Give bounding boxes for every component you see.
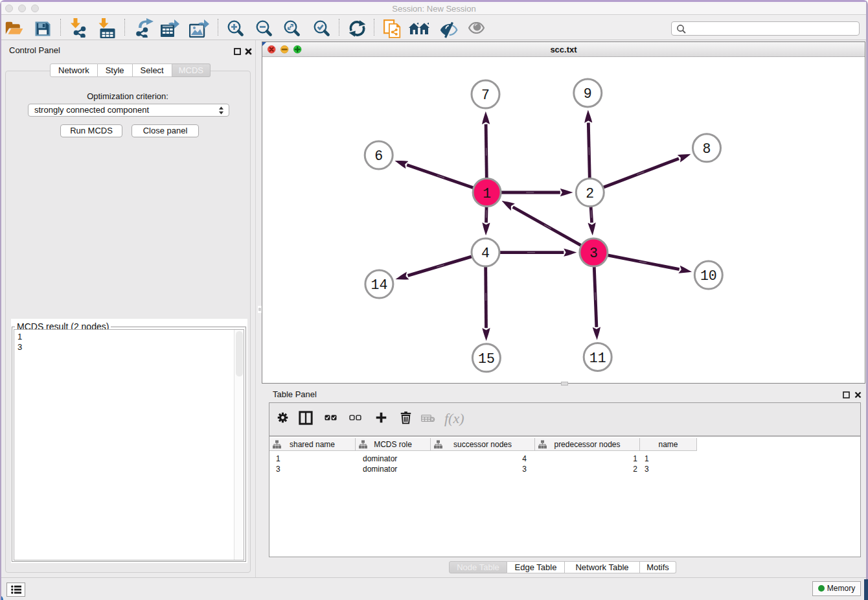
svg-text:2: 2 [586,186,594,202]
svg-text:7: 7 [481,87,490,103]
svg-text:1: 1 [483,186,491,202]
svg-text:10: 10 [700,268,717,284]
svg-text:6: 6 [374,148,383,164]
svg-text:3: 3 [589,246,598,261]
svg-text:8: 8 [703,141,711,157]
svg-text:9: 9 [584,86,592,102]
svg-text:4: 4 [481,246,490,261]
svg-text:15: 15 [478,351,495,367]
svg-text:14: 14 [371,277,387,293]
svg-text:11: 11 [589,351,606,366]
